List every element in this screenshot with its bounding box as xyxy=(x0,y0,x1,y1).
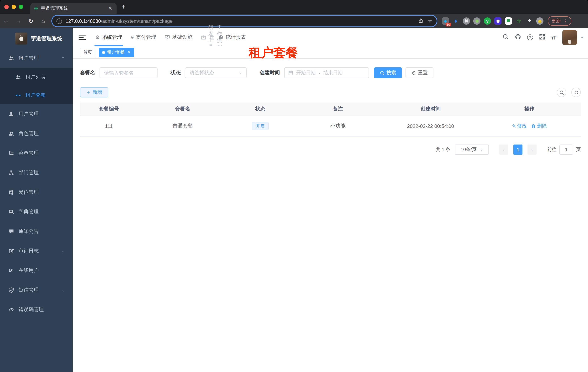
search-button-label: 搜索 xyxy=(386,70,396,76)
home-icon[interactable]: ⌂ xyxy=(37,17,49,25)
shield-check-icon xyxy=(8,287,14,293)
browser-menu-icon[interactable]: ⋮ xyxy=(563,18,568,24)
share-icon[interactable] xyxy=(418,18,423,24)
bookmark-star-icon[interactable]: ☆ xyxy=(428,18,432,24)
goto-page-input[interactable] xyxy=(559,145,573,155)
tag-close-icon[interactable]: ✕ xyxy=(127,50,131,55)
github-icon[interactable] xyxy=(515,33,521,41)
date-filter-label: 创建时间 xyxy=(260,70,280,76)
sidebar-item-label: 通知公告 xyxy=(19,228,39,235)
extension-shield-icon[interactable] xyxy=(494,17,502,25)
fullscreen-icon[interactable] xyxy=(539,33,545,41)
cell-package-name: 普通套餐 xyxy=(137,123,228,129)
sidebar-item-post-management[interactable]: 岗位管理 xyxy=(0,182,73,202)
tag-home[interactable]: 首页 xyxy=(80,48,95,57)
tag-tenant-package[interactable]: 租户套餐 ✕ xyxy=(99,48,134,57)
delete-label: 删除 xyxy=(537,123,547,129)
page-content: 套餐名 状态 请选择状态 ∨ 创建时间 开始日期 - 结束日期 xyxy=(73,59,588,372)
topnav-label: 支付管理 xyxy=(136,34,156,41)
sidebar-item-dept-management[interactable]: 部门管理 xyxy=(0,163,73,182)
sidebar-item-online-users[interactable]: 在线用户 xyxy=(0,261,73,280)
sidebar-item-tenant-list[interactable]: 租户列表 xyxy=(0,68,73,86)
peoples-icon xyxy=(8,55,14,61)
chevron-down-icon: ∨ xyxy=(480,148,483,152)
topnav-payment-management[interactable]: ¥ 支付管理 xyxy=(126,28,161,46)
close-window-button[interactable] xyxy=(4,5,9,9)
sidebar-submenu-tenant: 租户列表 租户套餐 xyxy=(0,68,73,104)
window-controls[interactable] xyxy=(4,5,23,9)
reset-button[interactable]: 重置 xyxy=(406,67,433,78)
sidebar-item-role-management[interactable]: 角色管理 xyxy=(0,124,73,143)
font-size-icon[interactable]: TT xyxy=(551,34,556,40)
goto-label: 前往 xyxy=(547,146,556,153)
date-range-picker[interactable]: 开始日期 - 结束日期 xyxy=(284,67,369,78)
extension-command-icon[interactable]: ⌘ xyxy=(463,17,470,25)
forward-icon[interactable]: → xyxy=(12,17,25,25)
sidebar-item-dict-management[interactable]: 字典管理 xyxy=(0,202,73,222)
search-button[interactable]: 搜索 xyxy=(374,67,402,78)
extension-dot-icon[interactable] xyxy=(473,17,481,25)
plus-icon: ＋ xyxy=(86,89,91,96)
topnav-dev-tools[interactable]: 研发工具 xyxy=(197,28,205,46)
page-size-value: 10条/页 xyxy=(461,146,477,153)
delete-link[interactable]: 删除 xyxy=(531,123,547,129)
sidebar-item-user-management[interactable]: 用户管理 xyxy=(0,104,73,124)
sidebar-item-menu-management[interactable]: 菜单管理 xyxy=(0,143,73,163)
extension-puzzle-icon[interactable] xyxy=(526,17,533,25)
tags-view-bar: 首页 租户套餐 ✕ 租户套餐 xyxy=(73,46,588,59)
message-icon xyxy=(8,229,14,234)
add-button[interactable]: ＋ 新增 xyxy=(80,87,108,97)
caret-down-icon[interactable]: ▾ xyxy=(581,35,583,39)
hamburger-icon[interactable] xyxy=(79,35,86,40)
status-badge[interactable]: 开启 xyxy=(252,122,269,130)
prev-page-button[interactable]: ‹ xyxy=(499,145,508,155)
browser-tab[interactable]: ❋ 芋道管理系统 ✕ xyxy=(31,3,116,14)
edit-link[interactable]: ✎ 修改 xyxy=(512,123,527,129)
extension-star-icon[interactable]: ☆ xyxy=(515,17,523,25)
package-table: 套餐编号 套餐名 状态 备注 创建时间 操作 111 普通套餐 开启 小功能 2… xyxy=(80,103,581,137)
sidebar-item-error-code-management[interactable]: 错误码管理 xyxy=(0,300,73,319)
reload-icon[interactable]: ↻ xyxy=(25,17,37,25)
extension-grid-icon[interactable]: ◆ 10 xyxy=(442,17,449,25)
next-page-button[interactable]: › xyxy=(527,145,536,155)
help-icon[interactable]: ? xyxy=(527,34,533,40)
tree-table-icon xyxy=(8,150,14,156)
sidebar-item-notice-announcement[interactable]: 通知公告 xyxy=(0,222,73,241)
zoom-window-button[interactable] xyxy=(19,5,23,9)
url-text[interactable]: 127.0.0.1:48080/admin-ui/system/tenant/p… xyxy=(65,18,414,24)
search-icon[interactable] xyxy=(502,33,509,41)
tab-close-icon[interactable]: ✕ xyxy=(107,5,113,11)
topnav-infrastructure[interactable]: 基础设施 xyxy=(161,28,197,46)
minimize-window-button[interactable] xyxy=(11,5,16,9)
extension-emoji-icon[interactable]: ☻ xyxy=(536,17,544,25)
topnav-statistics-report[interactable]: 统计报表 xyxy=(214,28,250,46)
monitor-icon xyxy=(165,35,170,40)
edit-label: 修改 xyxy=(517,123,527,129)
back-icon[interactable]: ← xyxy=(0,17,12,25)
app-main: ⚙ 系统管理 ¥ 支付管理 基础设施 研发工具 xyxy=(73,28,588,372)
tab-title: 芋道管理系统 xyxy=(41,5,107,11)
sidebar-item-tenant-management[interactable]: 租户管理 ⌃ xyxy=(0,49,73,68)
extension-gem-icon[interactable]: ⬧ xyxy=(452,17,460,25)
current-page-button[interactable]: 1 xyxy=(514,145,523,155)
status-select[interactable]: 请选择状态 ∨ xyxy=(185,67,247,78)
gear-icon: ⚙ xyxy=(95,34,100,40)
avatar[interactable] xyxy=(562,30,577,45)
browser-update-button[interactable]: 更新 ⋮ xyxy=(548,16,571,26)
toggle-search-button[interactable] xyxy=(557,88,566,97)
extension-y-icon[interactable]: y xyxy=(484,17,491,25)
sidebar-item-sms-management[interactable]: 短信管理 ⌄ xyxy=(0,280,73,300)
new-tab-button[interactable]: + xyxy=(122,4,126,10)
cell-created: 2022-02-22 00:54:00 xyxy=(383,123,478,129)
sidebar-item-tenant-package[interactable]: 租户套餐 xyxy=(0,86,73,104)
goto-unit: 页 xyxy=(576,146,581,153)
sidebar-item-audit-log[interactable]: 审计日志 ⌄ xyxy=(0,241,73,261)
package-name-input[interactable] xyxy=(100,67,158,78)
page-size-select[interactable]: 10条/页 ∨ xyxy=(455,145,489,155)
sidebar-logo[interactable]: 芋道管理系统 xyxy=(0,28,73,49)
url-bar[interactable]: i 127.0.0.1:48080/admin-ui/system/tenant… xyxy=(52,16,437,26)
topnav-system-management[interactable]: ⚙ 系统管理 xyxy=(91,28,126,46)
refresh-button[interactable] xyxy=(571,88,581,97)
extension-chat-icon[interactable] xyxy=(505,17,512,25)
site-info-icon[interactable]: i xyxy=(56,18,62,24)
